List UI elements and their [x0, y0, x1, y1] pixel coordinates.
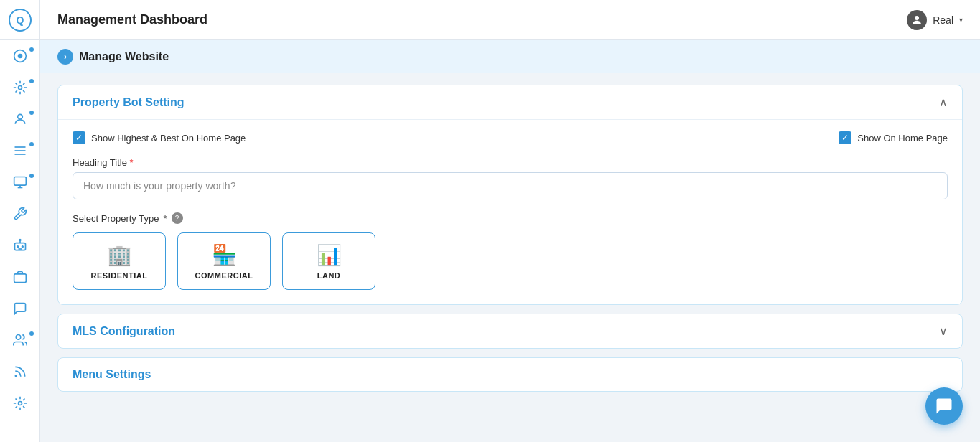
- user-name: Real: [933, 14, 953, 26]
- svg-point-20: [915, 16, 919, 20]
- page-content: › Manage Website Property Bot Setting ∧ …: [40, 40, 980, 442]
- show-home-label: Show On Home Page: [857, 133, 948, 144]
- heading-title-input[interactable]: [73, 172, 948, 199]
- commercial-icon: 🏪: [212, 243, 237, 267]
- svg-point-15: [22, 246, 23, 248]
- expand-icon[interactable]: ›: [57, 49, 73, 65]
- menu-settings-header[interactable]: Menu Settings: [58, 358, 962, 391]
- page-header: › Manage Website: [40, 40, 980, 73]
- property-type-commercial[interactable]: 🏪 COMMERCIAL: [177, 232, 271, 290]
- svg-point-4: [18, 86, 22, 90]
- svg-point-18: [15, 375, 17, 377]
- help-icon: ?: [172, 212, 183, 224]
- sidebar-item-chat[interactable]: [0, 293, 39, 324]
- mls-config-title: MLS Configuration: [73, 325, 175, 338]
- svg-point-13: [19, 240, 21, 241]
- mls-config-chevron-icon: ∨: [939, 324, 948, 338]
- property-type-label: Select Property Type * ?: [73, 212, 948, 224]
- sidebar-item-users[interactable]: [0, 103, 39, 135]
- residential-icon: 🏢: [107, 243, 132, 267]
- sidebar-item-design[interactable]: [0, 40, 39, 72]
- logo[interactable]: Q: [0, 0, 40, 40]
- show-home-checkbox[interactable]: ✓: [839, 131, 851, 144]
- property-types-container: 🏢 RESIDENTIAL 🏪 COMMERCIAL 📊 LAND: [73, 232, 948, 290]
- main-area: Management Dashboard Real ▾ › Manage Web…: [40, 0, 980, 442]
- svg-point-19: [18, 402, 22, 405]
- svg-point-14: [17, 246, 18, 248]
- sidebar-item-monitor[interactable]: [0, 166, 39, 198]
- property-bot-header[interactable]: Property Bot Setting ∧: [58, 85, 962, 119]
- residential-label: RESIDENTIAL: [91, 271, 148, 280]
- property-bot-body: ✓ Show Highest & Best On Home Page ✓ Sho…: [58, 119, 962, 304]
- heading-title-label: Heading Title *: [73, 157, 948, 168]
- property-bot-chevron-icon: ∧: [939, 95, 948, 109]
- breadcrumb: Manage Website: [79, 50, 169, 63]
- checkbox-row: ✓ Show Highest & Best On Home Page ✓ Sho…: [73, 131, 948, 144]
- user-avatar: [907, 10, 927, 30]
- sidebar-item-tools[interactable]: [0, 198, 39, 230]
- user-chevron-icon: ▾: [959, 16, 963, 24]
- mls-config-header[interactable]: MLS Configuration ∨: [58, 314, 962, 348]
- svg-text:Q: Q: [16, 14, 24, 26]
- show-highest-checkbox[interactable]: ✓: [73, 131, 85, 144]
- show-home-checkbox-item[interactable]: ✓ Show On Home Page: [839, 131, 948, 144]
- sidebar-item-robot[interactable]: [0, 230, 39, 261]
- property-type-land[interactable]: 📊 LAND: [282, 232, 375, 290]
- property-bot-card: Property Bot Setting ∧ ✓ Show Highest & …: [57, 85, 963, 305]
- sidebar: Q: [0, 0, 40, 442]
- property-type-residential[interactable]: 🏢 RESIDENTIAL: [73, 232, 166, 290]
- user-menu[interactable]: Real ▾: [907, 10, 963, 30]
- svg-point-17: [16, 335, 21, 340]
- menu-settings-title: Menu Settings: [73, 368, 151, 381]
- sidebar-item-briefcase[interactable]: [0, 261, 39, 293]
- sidebar-item-config[interactable]: [0, 387, 39, 419]
- land-label: LAND: [317, 271, 341, 280]
- svg-point-3: [17, 54, 22, 59]
- svg-point-5: [17, 114, 22, 119]
- sidebar-item-settings[interactable]: [0, 72, 39, 103]
- svg-rect-16: [14, 274, 26, 283]
- commercial-label: COMMERCIAL: [195, 271, 253, 280]
- mls-config-card: MLS Configuration ∨: [57, 314, 963, 349]
- page-title: Management Dashboard: [57, 12, 207, 27]
- sidebar-item-rss[interactable]: [0, 356, 39, 387]
- chat-button[interactable]: [925, 387, 963, 425]
- property-bot-title: Property Bot Setting: [73, 96, 185, 109]
- sidebar-item-contacts[interactable]: [0, 324, 39, 356]
- sections-container: Property Bot Setting ∧ ✓ Show Highest & …: [40, 73, 980, 403]
- header: Management Dashboard Real ▾: [40, 0, 980, 40]
- show-highest-checkbox-item[interactable]: ✓ Show Highest & Best On Home Page: [73, 131, 246, 144]
- svg-rect-9: [14, 177, 26, 186]
- sidebar-item-list[interactable]: [0, 135, 39, 166]
- menu-settings-card: Menu Settings: [57, 357, 963, 392]
- land-icon: 📊: [317, 243, 342, 267]
- show-highest-label: Show Highest & Best On Home Page: [91, 133, 246, 144]
